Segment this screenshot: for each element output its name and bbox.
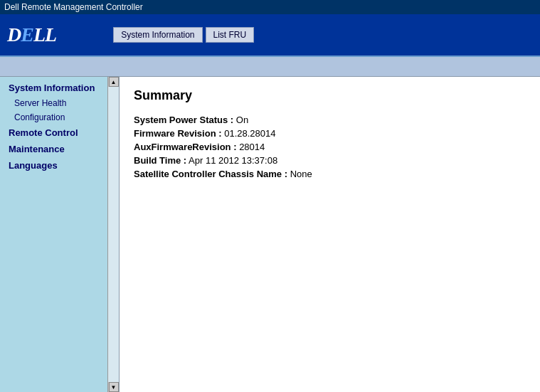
system-info-button[interactable]: System Information <box>113 27 202 43</box>
value-build-time: Apr 11 2012 13:37:08 <box>189 155 277 166</box>
info-row-satellite-controller: Satellite Controller Chassis Name : None <box>134 169 526 179</box>
sidebar-item-languages[interactable]: Languages <box>0 157 119 174</box>
value-aux-firmware: 28014 <box>239 142 265 152</box>
sidebar-item-system-information[interactable]: System Information <box>0 80 119 96</box>
value-power-status: On <box>236 115 248 125</box>
scroll-down-arrow[interactable]: ▼ <box>109 382 119 392</box>
main-layout: System Information Server Health Configu… <box>0 77 540 392</box>
info-row-power-status: System Power Status : On <box>134 115 526 125</box>
dell-logo: DELL <box>7 23 56 46</box>
sidebar-scrollbar[interactable]: ▲ ▼ <box>107 77 119 392</box>
subheader <box>0 57 540 77</box>
sidebar-item-maintenance[interactable]: Maintenance <box>0 141 119 157</box>
label-aux-firmware: AuxFirmwareRevision : <box>134 142 237 152</box>
title-bar: Dell Remote Management Controller <box>0 0 540 14</box>
header: DELL System Information List FRU <box>0 14 540 57</box>
content-area: Summary System Power Status : On Firmwar… <box>120 77 540 392</box>
label-power-status: System Power Status : <box>134 115 233 125</box>
info-row-build-time: Build Time : Apr 11 2012 13:37:08 <box>134 155 526 166</box>
label-build-time: Build Time : <box>134 155 186 166</box>
info-row-aux-firmware: AuxFirmwareRevision : 28014 <box>134 142 526 152</box>
list-fru-button[interactable]: List FRU <box>206 27 255 43</box>
label-satellite-controller: Satellite Controller Chassis Name : <box>134 169 287 179</box>
title-bar-text: Dell Remote Management Controller <box>4 2 143 12</box>
value-firmware-revision: 01.28.28014 <box>224 128 275 139</box>
value-satellite-controller: None <box>290 169 312 179</box>
sidebar-item-remote-control[interactable]: Remote Control <box>0 125 119 141</box>
info-row-firmware-revision: Firmware Revision : 01.28.28014 <box>134 128 526 139</box>
sidebar: System Information Server Health Configu… <box>0 77 120 392</box>
label-firmware-revision: Firmware Revision : <box>134 128 222 139</box>
content-heading: Summary <box>134 88 526 103</box>
sidebar-item-configuration[interactable]: Configuration <box>0 110 119 125</box>
sidebar-item-server-health[interactable]: Server Health <box>0 96 119 110</box>
header-nav: System Information List FRU <box>113 27 254 43</box>
scroll-up-arrow[interactable]: ▲ <box>109 77 119 87</box>
